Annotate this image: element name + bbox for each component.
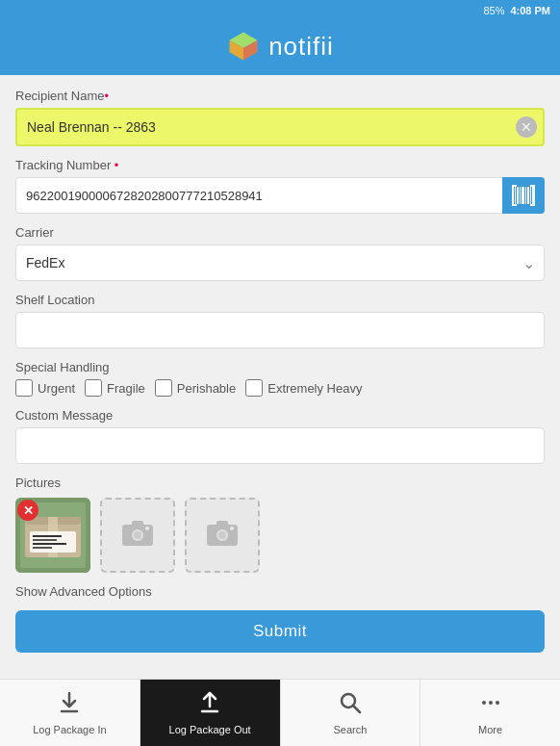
svg-rect-8 (522, 187, 524, 204)
perishable-label[interactable]: Perishable (177, 381, 236, 396)
nav-log-package-out[interactable]: Log Package Out (140, 680, 280, 746)
svg-rect-23 (33, 535, 62, 537)
recipient-input-row: ✕ (15, 108, 545, 146)
svg-point-45 (496, 701, 499, 705)
submit-button[interactable]: Submit (15, 610, 545, 653)
carrier-select-wrapper: FedEx UPS USPS DHL Other ⌄ (15, 244, 545, 281)
extremely-heavy-label[interactable]: Extremely Heavy (267, 381, 362, 396)
time-display: 4:08 PM (510, 5, 550, 16)
svg-point-43 (482, 701, 486, 705)
logo-cube-icon (226, 29, 261, 64)
custom-message-label: Custom Message (15, 408, 545, 423)
more-icon (479, 691, 502, 720)
picture-slot-1[interactable]: ✕ (15, 498, 90, 573)
tracking-field-group: Tracking Number • (15, 158, 545, 214)
nav-search-label: Search (333, 724, 367, 735)
battery-indicator: 85% (483, 5, 504, 16)
custom-message-group: Custom Message (15, 408, 545, 464)
svg-rect-4 (512, 187, 514, 204)
status-bar: 85% 4:08 PM (0, 0, 560, 21)
picture-slot-2[interactable] (100, 498, 175, 573)
tracking-input[interactable] (15, 177, 545, 214)
custom-message-input[interactable] (15, 427, 545, 464)
svg-rect-25 (33, 543, 66, 545)
camera-svg-2 (207, 519, 238, 546)
perishable-checkbox-item: Perishable (155, 379, 236, 397)
clear-recipient-button[interactable]: ✕ (516, 116, 537, 138)
svg-point-36 (230, 527, 234, 530)
svg-rect-15 (530, 185, 535, 187)
urgent-checkbox[interactable] (15, 379, 33, 397)
svg-rect-11 (530, 187, 531, 204)
nav-more[interactable]: More (420, 680, 560, 746)
shelf-input[interactable] (15, 312, 545, 348)
special-handling-label: Special Handling (15, 360, 545, 374)
urgent-checkbox-item: Urgent (15, 379, 75, 397)
svg-line-42 (353, 706, 360, 712)
download-icon (58, 691, 81, 720)
carrier-select[interactable]: FedEx UPS USPS DHL Other (15, 244, 545, 281)
fragile-label[interactable]: Fragile (107, 381, 145, 396)
nav-more-label: More (478, 724, 502, 735)
svg-rect-5 (515, 187, 516, 204)
svg-rect-10 (527, 187, 529, 204)
extremely-heavy-checkbox-item: Extremely Heavy (245, 379, 362, 397)
svg-point-31 (145, 527, 149, 530)
perishable-checkbox[interactable] (155, 379, 172, 397)
delete-picture-button[interactable]: ✕ (17, 500, 38, 521)
svg-rect-30 (132, 521, 143, 527)
svg-rect-14 (512, 204, 517, 206)
svg-point-44 (489, 701, 493, 705)
nav-log-in-label: Log Package In (33, 724, 106, 735)
tracking-input-row (15, 177, 545, 214)
shelf-field-group: Shelf Location (15, 293, 545, 348)
fragile-checkbox[interactable] (85, 379, 102, 397)
carrier-label: Carrier (15, 225, 545, 240)
camera-icon (122, 519, 153, 553)
camera-svg (122, 519, 153, 546)
pictures-section: Pictures (15, 476, 545, 573)
checkbox-group: Urgent Fragile Perishable Extremely Heav… (15, 379, 545, 397)
svg-rect-22 (30, 531, 76, 553)
app-header: notifii (0, 21, 560, 75)
svg-rect-12 (532, 187, 535, 204)
svg-rect-9 (525, 187, 526, 204)
tracking-label: Tracking Number • (15, 158, 545, 172)
barcode-scan-button[interactable] (502, 177, 545, 214)
svg-rect-26 (33, 547, 52, 549)
app-name: notifii (268, 32, 334, 62)
svg-point-29 (134, 531, 141, 539)
barcode-icon (512, 185, 535, 206)
svg-point-34 (218, 531, 226, 539)
recipient-field-group: Recipient Name• ✕ (15, 89, 545, 146)
main-content: Recipient Name• ✕ Tracking Number • (0, 75, 560, 679)
camera-icon-2 (207, 519, 238, 553)
recipient-input[interactable] (15, 108, 545, 146)
svg-rect-16 (530, 204, 535, 206)
fragile-checkbox-item: Fragile (85, 379, 145, 397)
nav-log-out-label: Log Package Out (169, 724, 251, 735)
svg-rect-7 (520, 187, 521, 204)
extremely-heavy-checkbox[interactable] (245, 379, 263, 397)
svg-rect-6 (517, 187, 519, 204)
recipient-label: Recipient Name• (15, 89, 545, 103)
special-handling-group: Special Handling Urgent Fragile Perishab… (15, 360, 545, 397)
picture-slot-3[interactable] (185, 498, 260, 573)
advanced-options-link[interactable]: Show Advanced Options (15, 584, 545, 599)
upload-icon (198, 691, 221, 720)
pictures-row: ✕ (15, 498, 545, 573)
svg-rect-13 (512, 185, 517, 187)
carrier-field-group: Carrier FedEx UPS USPS DHL Other ⌄ (15, 225, 545, 281)
svg-rect-24 (33, 539, 57, 541)
pictures-label: Pictures (15, 476, 545, 490)
urgent-label[interactable]: Urgent (38, 381, 75, 396)
shelf-label: Shelf Location (15, 293, 545, 307)
logo: notifii (226, 29, 334, 64)
nav-search[interactable]: Search (281, 680, 420, 746)
svg-rect-35 (216, 521, 228, 527)
search-icon (339, 691, 362, 720)
nav-log-package-in[interactable]: Log Package In (0, 680, 140, 746)
bottom-navigation: Log Package In Log Package Out Search (0, 679, 560, 746)
